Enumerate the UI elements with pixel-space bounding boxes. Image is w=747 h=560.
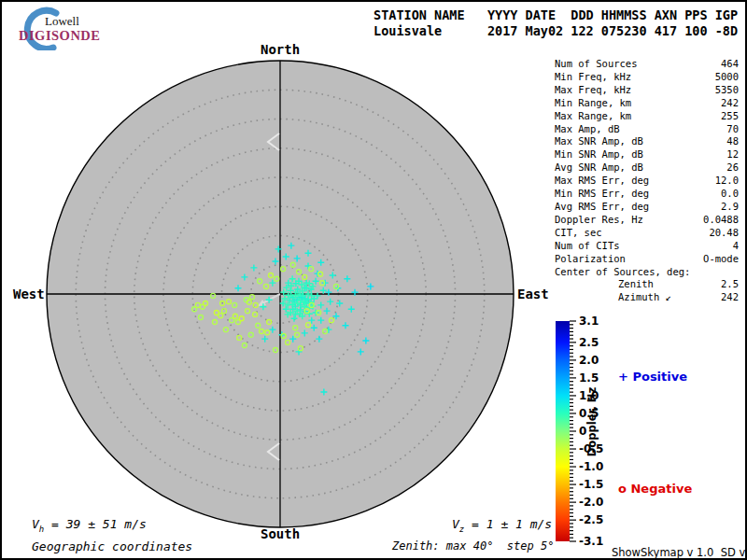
stat-value: 255 xyxy=(721,110,739,123)
stat-row: Max Freq, kHz5350 xyxy=(555,84,739,97)
stat-row: Max Amp, dB70 xyxy=(555,123,739,136)
legend-negative: o Negative xyxy=(618,482,692,496)
stat-label: Polarization xyxy=(555,253,626,266)
stat-value: O-mode xyxy=(703,253,739,266)
colorbar-tick-label: 2.0 xyxy=(579,354,599,367)
stat-value: 26 xyxy=(726,161,739,175)
lowell-digisonde-logo: Lowell DIGISONDE xyxy=(9,6,112,49)
vh-value: = 39 ± 51 m/s xyxy=(44,517,147,531)
stat-label: Avg RMS Err, deg xyxy=(555,201,649,214)
stat-label: Max Amp, dB xyxy=(555,123,620,136)
stat-value: 0.0488 xyxy=(703,214,739,227)
label-east: East xyxy=(517,287,549,301)
colorbar-tick-label: 0 xyxy=(579,425,586,438)
stat-value: 48 xyxy=(726,135,739,148)
colorbar-tick-label: -0.5 xyxy=(579,442,603,455)
stat-value: 464 xyxy=(721,58,739,71)
stat-label: Max RMS Err, deg xyxy=(555,175,649,188)
label-south: South xyxy=(261,526,300,541)
stat-value: 242 xyxy=(721,291,739,304)
colorbar-tick-label: -1.0 xyxy=(579,460,603,473)
stat-row: Azimuth ↙242 xyxy=(555,291,739,304)
stat-label: Max Range, km xyxy=(555,110,631,123)
colorbar-tick-label: 0.5 xyxy=(579,407,599,420)
stat-row: Doppler Res, Hz0.0488 xyxy=(555,214,739,227)
colorbar-tick-label: -1.5 xyxy=(579,478,603,491)
header-columns: STATION NAME YYYY DATE DDD HHMMSS AXN PP… xyxy=(374,7,738,23)
vz-value: = 1 ± 1 m/s xyxy=(464,517,552,531)
label-west: West xyxy=(13,287,45,301)
coords-note: Geographic coordinates xyxy=(32,539,192,553)
stat-label: Num of Sources xyxy=(555,58,638,71)
stat-row: Avg SNR Amp, dB26 xyxy=(555,161,739,175)
stat-value: 2.5 xyxy=(721,278,739,291)
logo-text-lowell: Lowell xyxy=(45,14,79,29)
stat-row: PolarizationO-mode xyxy=(555,253,739,266)
stat-value: 20.48 xyxy=(709,227,739,240)
stats-panel: Num of Sources464Min Freq, kHz5000Max Fr… xyxy=(555,58,739,304)
doppler-colorbar xyxy=(556,321,570,541)
stat-label: Min SNR Amp, dB xyxy=(555,148,643,161)
stat-row: Max SNR Amp, dB48 xyxy=(555,135,739,148)
stat-row: Num of CITs4 xyxy=(555,240,739,253)
colorbar-tick-label: -2.0 xyxy=(579,496,603,509)
stat-value: 12.0 xyxy=(715,175,739,188)
legend-positive: + Positive xyxy=(618,370,687,384)
colorbar-tick-label: 2.5 xyxy=(579,336,599,349)
stat-value: 242 xyxy=(721,97,739,110)
stat-row: Num of Sources464 xyxy=(555,58,739,71)
showskymap-window: Lowell DIGISONDE STATION NAME YYYY DATE … xyxy=(0,0,747,560)
stat-value: 0.0 xyxy=(721,188,739,201)
stat-row: Min RMS Err, deg0.0 xyxy=(555,188,739,201)
stat-label: Max Freq, kHz xyxy=(555,84,631,97)
label-north: North xyxy=(261,42,300,57)
stat-row: CIT, sec20.48 xyxy=(555,227,739,240)
colorbar-tick-label: 1.5 xyxy=(579,371,599,385)
stat-label: Min Freq, kHz xyxy=(555,71,631,84)
stat-row: Min Range, km242 xyxy=(555,97,739,110)
stat-row: Max Range, km255 xyxy=(555,110,739,123)
stat-label: Zenith xyxy=(555,278,654,291)
stat-value: 5350 xyxy=(715,84,739,97)
logo-text-digisonde: DIGISONDE xyxy=(19,28,101,44)
stat-label: Min RMS Err, deg xyxy=(555,188,649,201)
stat-value: 5000 xyxy=(715,71,739,84)
vh-symbol: V xyxy=(32,517,39,531)
vz-velocity: Vz = 1 ± 1 m/s xyxy=(452,517,552,534)
colorbar-tick-label: 3.1 xyxy=(579,315,599,328)
stat-value: 12 xyxy=(726,148,739,161)
header-values: Louisvale 2017 May02 122 075230 417 100 … xyxy=(374,23,738,39)
stat-label: Max SNR Amp, dB xyxy=(555,135,643,148)
stat-label: Center of Sources, deg: xyxy=(555,266,690,279)
stat-row: Min SNR Amp, dB12 xyxy=(555,148,739,161)
stat-label: CIT, sec xyxy=(555,227,602,240)
version-text: ShowSkymap v 1.0 SD v 5.1 xyxy=(612,546,747,559)
stat-label: Azimuth ↙ xyxy=(555,291,671,304)
vz-symbol: V xyxy=(452,517,459,531)
stat-row: Min Freq, kHz5000 xyxy=(555,71,739,84)
stat-label: Num of CITs xyxy=(555,240,620,253)
stat-value: 4 xyxy=(733,240,739,253)
stat-value: 70 xyxy=(726,123,739,136)
stat-label: Avg SNR Amp, dB xyxy=(555,161,643,175)
stat-value: 2.9 xyxy=(721,201,739,214)
colorbar-tick-label: 1.0 xyxy=(579,389,599,402)
stat-row: Max RMS Err, deg12.0 xyxy=(555,175,739,188)
colorbar-tick-label: -2.5 xyxy=(579,513,603,526)
colorbar-tick-label: -3.1 xyxy=(579,535,603,548)
stat-row: Avg RMS Err, deg2.9 xyxy=(555,201,739,214)
stat-row: Center of Sources, deg: xyxy=(555,266,739,279)
vh-velocity: Vh = 39 ± 51 m/s xyxy=(32,517,147,534)
zenith-range-note: Zenith: max 40° step 5° xyxy=(392,539,554,553)
stat-row: Zenith2.5 xyxy=(555,278,739,291)
stat-label: Min Range, km xyxy=(555,97,631,110)
stat-label: Doppler Res, Hz xyxy=(555,214,643,227)
